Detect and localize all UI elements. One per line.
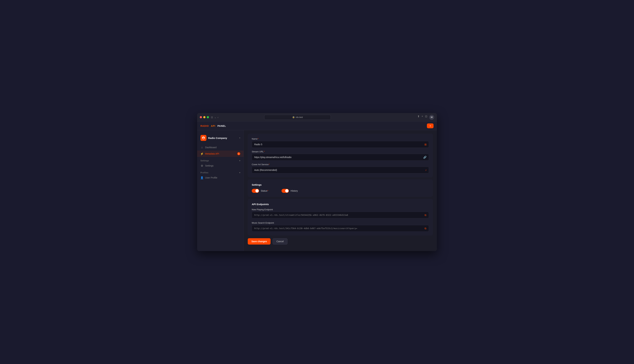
sidebar-item-metadata-api-label: Metadata API bbox=[205, 152, 219, 155]
settings-section-title: Settings bbox=[252, 183, 429, 186]
name-input[interactable] bbox=[252, 141, 429, 148]
logo-radio: RADIO bbox=[200, 124, 209, 127]
sidebar-toggle-icon[interactable]: ⊡ bbox=[211, 116, 213, 118]
traffic-lights bbox=[200, 116, 209, 118]
music-search-value: http://prod-v1.rds.test/341cf564-b130-4d… bbox=[252, 225, 429, 232]
sidebar-item-user-profile[interactable]: 👤 User Profile bbox=[197, 174, 244, 181]
music-search-endpoint-group: Music Search Endpoint http://prod-v1.rds… bbox=[252, 222, 429, 232]
cover-art-select[interactable]: Auto (Recommended) bbox=[252, 167, 429, 173]
api-endpoints-title: API Endpoints bbox=[252, 203, 429, 206]
logo-api: API bbox=[211, 124, 215, 127]
now-playing-value: http://prod-v1.rds.test/streamtitle/5834… bbox=[252, 212, 429, 218]
now-playing-copy-icon[interactable]: ⧉ bbox=[425, 214, 426, 216]
api-endpoints-card: API Endpoints Now Playing Endpoint http:… bbox=[248, 199, 433, 236]
gear-icon: ⚙ bbox=[200, 164, 203, 167]
sidebar: Radio Company ▾ ⌂ Dashboard ⚡ Metadata A… bbox=[197, 130, 244, 251]
status-toggle-thumb bbox=[255, 189, 259, 192]
chevron-down-icon[interactable]: ⌄ bbox=[214, 116, 216, 118]
sidebar-item-user-profile-label: User Profile bbox=[205, 176, 217, 179]
now-playing-label: Now Playing Endpoint bbox=[252, 208, 429, 211]
status-toggle-group: Status* bbox=[252, 189, 268, 193]
history-toggle[interactable] bbox=[281, 189, 289, 193]
cover-art-label: Cover Art Service* bbox=[252, 163, 429, 166]
now-playing-endpoint-group: Now Playing Endpoint http://prod-v1.rds.… bbox=[252, 208, 429, 218]
sidebar-item-settings[interactable]: ⚙ Settings bbox=[197, 162, 244, 169]
stream-url-input[interactable] bbox=[252, 154, 429, 160]
content-area: Name* ⊞ Stream URL* bbox=[244, 130, 437, 251]
stream-url-input-wrapper: 🔗 bbox=[252, 154, 429, 160]
app-logo: RADIO API PANEL bbox=[200, 124, 226, 127]
now-playing-value-wrapper: http://prod-v1.rds.test/streamtitle/5834… bbox=[252, 212, 429, 218]
profiles-section-label: Profiles bbox=[200, 172, 208, 174]
user-icon: 👤 bbox=[200, 176, 203, 179]
main-fields-card: Name* ⊞ Stream URL* bbox=[248, 134, 433, 177]
cover-art-select-wrapper: Auto (Recommended) ♪ bbox=[252, 167, 429, 173]
footer-actions: Save changes Cancel bbox=[248, 238, 433, 246]
user-avatar[interactable]: W bbox=[429, 115, 434, 120]
url-display: rds.test bbox=[296, 116, 303, 118]
cover-art-music-icon: ♪ bbox=[425, 168, 427, 172]
new-tab-icon[interactable]: + bbox=[422, 115, 423, 120]
tabs-icon[interactable]: ⊡ bbox=[425, 115, 427, 120]
sidebar-brand[interactable]: Radio Company ▾ bbox=[197, 133, 244, 143]
metadata-api-badge: 1 bbox=[237, 152, 240, 155]
bolt-icon: ⚡ bbox=[200, 152, 203, 155]
history-toggle-thumb bbox=[285, 189, 288, 192]
brand-name: Radio Company bbox=[208, 136, 239, 140]
history-label: History bbox=[290, 190, 298, 192]
brand-chevron-icon: ▾ bbox=[239, 137, 240, 139]
profiles-section-header[interactable]: Profiles ▾ bbox=[197, 169, 244, 174]
close-button[interactable] bbox=[200, 116, 202, 118]
app-top-bar: RADIO API PANEL + bbox=[197, 122, 437, 130]
settings-section-header[interactable]: Settings ▾ bbox=[197, 157, 244, 162]
app-layout: RADIO API PANEL + bbox=[197, 122, 437, 251]
top-bar-right: + bbox=[427, 124, 434, 128]
window-controls: ⊡ ⌄ ‹ bbox=[211, 116, 218, 118]
settings-section-label: Settings bbox=[200, 160, 209, 162]
title-bar: ⊡ ⌄ ‹ 🔒 rds.test ⬆ + ⊡ W bbox=[197, 113, 437, 122]
name-input-icon: ⊞ bbox=[424, 143, 427, 146]
name-label: Name* bbox=[252, 138, 429, 140]
home-icon: ⌂ bbox=[200, 146, 203, 149]
stream-url-icon: 🔗 bbox=[423, 156, 427, 159]
create-button[interactable]: + bbox=[427, 124, 434, 128]
lock-icon: 🔒 bbox=[292, 116, 295, 118]
full-app: RADIO API PANEL + bbox=[197, 122, 437, 251]
share-icon[interactable]: ⬆ bbox=[417, 115, 420, 120]
name-input-wrapper: ⊞ bbox=[252, 141, 429, 148]
music-search-copy-icon[interactable]: ⧉ bbox=[425, 227, 426, 230]
save-changes-button[interactable]: Save changes bbox=[248, 238, 270, 244]
sidebar-item-dashboard-label: Dashboard bbox=[205, 146, 217, 149]
back-icon[interactable]: ‹ bbox=[218, 116, 218, 118]
settings-card: Settings Status* bbox=[248, 179, 433, 197]
profiles-section-toggle-icon: ▾ bbox=[239, 172, 240, 174]
status-toggle[interactable] bbox=[252, 189, 259, 193]
sidebar-item-metadata-api[interactable]: ⚡ Metadata API 1 bbox=[197, 150, 244, 157]
sidebar-item-settings-label: Settings bbox=[205, 164, 214, 167]
music-search-value-wrapper: http://prod-v1.rds.test/341cf564-b130-4d… bbox=[252, 225, 429, 232]
maximize-button[interactable] bbox=[207, 116, 209, 118]
settings-toggles: Status* History bbox=[252, 189, 429, 193]
cover-art-field-group: Cover Art Service* Auto (Recommended) ♪ bbox=[252, 163, 429, 173]
status-label: Status* bbox=[261, 190, 268, 192]
logo-panel: PANEL bbox=[217, 124, 226, 127]
sidebar-item-dashboard[interactable]: ⌂ Dashboard bbox=[197, 144, 244, 150]
music-search-label: Music Search Endpoint bbox=[252, 222, 429, 224]
stream-url-label: Stream URL* bbox=[252, 150, 429, 153]
cancel-button[interactable]: Cancel bbox=[272, 238, 287, 244]
name-field-group: Name* ⊞ bbox=[252, 138, 429, 148]
stream-url-field-group: Stream URL* 🔗 bbox=[252, 150, 429, 160]
settings-section-toggle-icon: ▾ bbox=[239, 160, 240, 162]
minimize-button[interactable] bbox=[203, 116, 205, 118]
history-toggle-group: History bbox=[281, 189, 298, 193]
brand-icon bbox=[200, 135, 206, 141]
title-bar-actions: ⬆ + ⊡ W bbox=[417, 115, 434, 120]
address-bar[interactable]: 🔒 rds.test bbox=[264, 115, 331, 120]
